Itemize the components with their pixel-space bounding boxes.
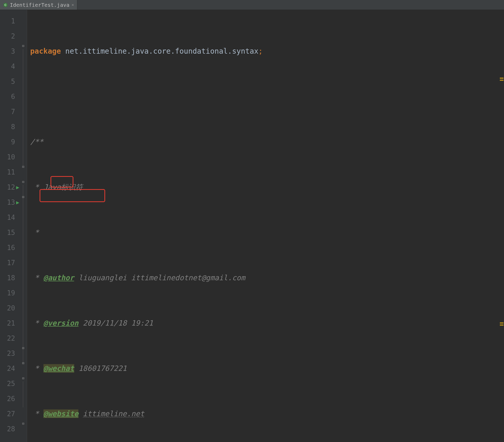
code-line: * @website ittimeline.net xyxy=(30,406,504,421)
line-number: 6 xyxy=(2,89,15,104)
line-number: 13▶ xyxy=(2,195,15,210)
line-number: 8 xyxy=(2,119,15,134)
line-number: 7 xyxy=(2,104,15,119)
line-number: 18 xyxy=(2,270,15,285)
fold-toggle-icon[interactable]: ⊟ xyxy=(21,422,25,426)
line-number: 22 xyxy=(2,331,15,346)
fold-toggle-icon[interactable]: ⊟ xyxy=(21,180,25,184)
code-line xyxy=(30,89,504,104)
code-line: package net.ittimeline.java.core.foundat… xyxy=(30,44,504,59)
fold-toggle-icon[interactable]: ⊟ xyxy=(21,44,25,48)
run-gutter-icon[interactable]: ▶ xyxy=(16,180,19,195)
svg-text:C: C xyxy=(4,3,7,7)
line-number: 12▶ xyxy=(2,180,15,195)
warning-marker[interactable] xyxy=(500,322,503,323)
fold-toggle-icon[interactable]: ⊟ xyxy=(21,165,25,169)
file-tab[interactable]: C IdentifierTest.java × xyxy=(0,0,77,10)
line-number: 14 xyxy=(2,210,15,225)
line-number: 26 xyxy=(2,391,15,406)
code-line: /** xyxy=(30,134,504,150)
java-class-icon: C xyxy=(3,3,8,7)
line-number-gutter: 1 2 3 4 5 6 7 8 9 10 11 12▶ 13▶ 14 15 16… xyxy=(0,10,20,442)
line-number: 16 xyxy=(2,240,15,255)
line-number: 3 xyxy=(2,44,15,59)
line-number: 1 xyxy=(2,14,15,29)
line-number: 20 xyxy=(2,301,15,316)
line-number: 21 xyxy=(2,316,15,331)
warning-marker[interactable] xyxy=(500,80,503,81)
fold-gutter: ⊟ ⊟ ⊟ ⊟ ⊟ ⊟ ⊟ ⊟ xyxy=(20,10,27,442)
code-line: * @version 2019/11/18 19:21 xyxy=(30,316,504,331)
line-number: 11 xyxy=(2,165,15,180)
line-number: 23 xyxy=(2,346,15,361)
line-number: 17 xyxy=(2,255,15,270)
close-icon[interactable]: × xyxy=(72,2,74,7)
line-number: 25 xyxy=(2,376,15,391)
line-number: 9 xyxy=(2,134,15,150)
tab-filename: IdentifierTest.java xyxy=(10,2,70,8)
fold-end-icon[interactable]: ⊟ xyxy=(21,362,25,365)
fold-toggle-icon[interactable]: ⊟ xyxy=(21,195,25,199)
fold-end-icon[interactable]: ⊟ xyxy=(21,346,25,350)
tab-bar: C IdentifierTest.java × xyxy=(0,0,504,10)
fold-toggle-icon[interactable]: ⊟ xyxy=(21,377,25,380)
line-number: 10 xyxy=(2,150,15,165)
line-number: 4 xyxy=(2,59,15,74)
line-number: 5 xyxy=(2,74,15,89)
run-gutter-icon[interactable]: ▶ xyxy=(16,195,19,210)
line-number: 2 xyxy=(2,29,15,44)
editor: 1 2 3 4 5 6 7 8 9 10 11 12▶ 13▶ 14 15 16… xyxy=(0,10,504,442)
code-area[interactable]: package net.ittimeline.java.core.foundat… xyxy=(27,10,504,442)
code-line: * xyxy=(30,225,504,240)
warning-marker[interactable] xyxy=(500,78,503,79)
line-number: 24 xyxy=(2,361,15,376)
warning-marker[interactable] xyxy=(500,325,503,326)
code-line: * @wechat 18601767221 xyxy=(30,361,504,376)
line-number: 19 xyxy=(2,285,15,301)
line-number: 15 xyxy=(2,225,15,240)
code-line: * @author liuguanglei ittimelinedotnet@g… xyxy=(30,270,504,285)
line-number: 28 xyxy=(2,421,15,437)
line-number: 27 xyxy=(2,406,15,421)
code-line: * Java标识符 xyxy=(30,180,504,195)
